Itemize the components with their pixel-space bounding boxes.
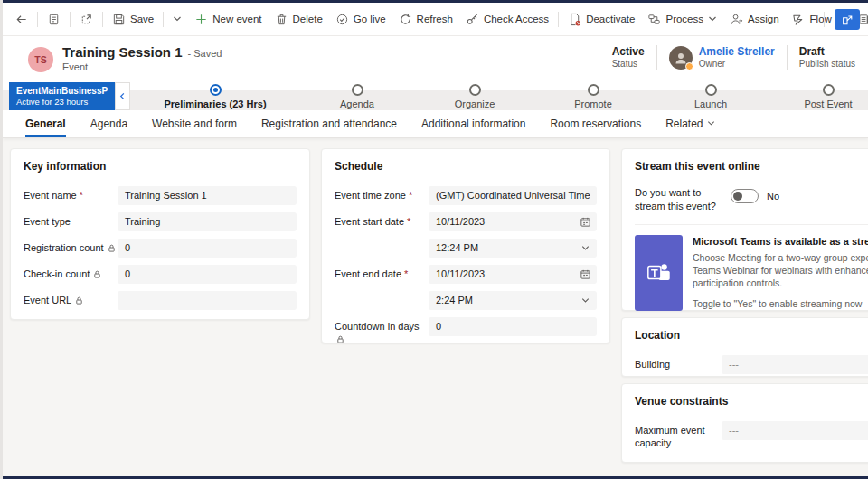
field-registration-count: Registration count 0 (24, 239, 297, 258)
command-bar: Save New event Delete Go live Refresh Ch… (3, 3, 868, 36)
start-time-input[interactable]: 12:24 PM (429, 239, 597, 258)
check-access-button[interactable]: Check Access (459, 8, 555, 31)
field-building: Building --- (635, 355, 868, 374)
new-event-button[interactable]: New event (188, 8, 268, 31)
teams-streaming-banner: Microsoft Teams is available as a stream… (635, 224, 868, 311)
tab-additional-information[interactable]: Additional information (421, 110, 525, 137)
flow-label: Flow (810, 14, 832, 24)
stage-dot (469, 84, 481, 96)
process-collapse-button[interactable] (115, 82, 130, 110)
process-label: Process (665, 14, 703, 24)
section-title: Location (635, 329, 868, 342)
tab-agenda[interactable]: Agenda (90, 110, 127, 137)
teams-banner-title: Microsoft Teams is available as a stream… (693, 235, 868, 249)
stage-dot (588, 84, 599, 96)
lock-icon (336, 335, 344, 343)
required-marker: * (80, 190, 83, 202)
checkin-count-input[interactable]: 0 (118, 265, 297, 284)
circle-check-icon (335, 13, 349, 26)
delete-button[interactable]: Delete (269, 8, 329, 31)
stream-toggle[interactable] (731, 189, 759, 203)
chevron-down-icon (173, 14, 182, 23)
lock-icon (93, 270, 101, 278)
save-icon (112, 13, 126, 26)
top-chrome-strip (0, 0, 868, 3)
status-value: Active (612, 45, 645, 59)
deactivate-button[interactable]: Deactivate (561, 8, 641, 31)
end-time-input[interactable]: 2:24 PM (429, 291, 597, 310)
process-button[interactable]: Process (641, 8, 723, 31)
field-event-start-date: Event start date* 10/11/2023 (335, 212, 597, 231)
save-split-dropdown[interactable] (166, 10, 188, 28)
go-live-label: Go live (354, 14, 386, 24)
back-arrow-icon (14, 13, 28, 26)
schedule-card: Schedule Event time zone* (GMT) Coordina… (321, 148, 610, 343)
section-title: Key information (24, 160, 297, 173)
stream-question-label: Do you want to stream this event? (635, 186, 718, 213)
go-live-button[interactable]: Go live (329, 8, 392, 31)
refresh-icon (399, 13, 412, 26)
end-date-input[interactable]: 10/11/2023 (429, 265, 597, 284)
plus-icon (194, 13, 208, 26)
owner-avatar (669, 46, 693, 70)
save-button[interactable]: Save (106, 8, 160, 31)
required-marker: * (407, 216, 410, 229)
publish-status-label: Publish status (799, 59, 855, 70)
toggle-knob (733, 192, 742, 201)
assign-person-icon (730, 13, 743, 26)
event-url-input[interactable] (118, 291, 297, 310)
field-event-name: Event name* Training Session 1 (24, 186, 297, 205)
section-title: Venue constraints (635, 395, 868, 408)
time-zone-input[interactable]: (GMT) Coordinated Universal Time (429, 186, 597, 205)
form-body: Key information Event name* Training Ses… (3, 138, 868, 476)
teams-logo-tile (635, 235, 683, 311)
tab-website-and-form[interactable]: Website and form (152, 110, 237, 137)
back-button[interactable] (8, 8, 34, 31)
tab-general[interactable]: General (25, 110, 66, 137)
stage-post-event[interactable]: Post Event (747, 84, 868, 109)
section-title: Stream this event online (635, 160, 868, 173)
event-name-input[interactable]: Training Session 1 (118, 186, 297, 205)
refresh-button[interactable]: Refresh (392, 8, 459, 31)
section-title: Schedule (335, 160, 597, 173)
form-icon (47, 13, 61, 26)
field-checkin-count: Check-in count 0 (24, 265, 297, 284)
toggle-state-label: No (767, 191, 779, 202)
form-selector-button[interactable] (41, 8, 67, 31)
registration-count-input[interactable]: 0 (118, 239, 297, 258)
max-capacity-input[interactable]: --- (722, 421, 868, 440)
building-input[interactable]: --- (722, 355, 868, 374)
countdown-input[interactable]: 0 (429, 317, 597, 336)
toolbar-divider (37, 12, 38, 27)
event-type-input[interactable]: Training (118, 212, 297, 231)
save-status: - Saved (188, 48, 222, 59)
stage-preliminaries[interactable]: Preliminaries (23 Hrs) (134, 84, 297, 109)
process-flow-pill[interactable]: EventMainBusinessProce... Active for 23 … (9, 82, 115, 110)
toolbar-divider (163, 12, 164, 27)
tab-room-reservations[interactable]: Room reservations (550, 110, 641, 137)
stage-dot (705, 84, 717, 96)
popout-icon (80, 13, 93, 26)
tab-related[interactable]: Related (665, 110, 714, 137)
required-marker: * (404, 268, 408, 281)
status-label: Status (612, 59, 645, 70)
venue-constraints-card: Venue constraints Maximum event capacity… (621, 383, 868, 463)
field-event-start-time: 12:24 PM (335, 239, 597, 258)
deactivate-label: Deactivate (586, 14, 635, 24)
start-date-input[interactable]: 10/11/2023 (429, 212, 597, 231)
key-icon (466, 13, 479, 26)
presence-away-badge (685, 62, 693, 70)
owner-name-link[interactable]: Amelie Streller (699, 45, 775, 59)
teams-banner-description: Choose Meeting for a two-way group exper… (693, 251, 868, 290)
entity-name: Event (62, 61, 222, 72)
share-button[interactable] (835, 9, 860, 30)
page-title: Training Session 1 (62, 44, 183, 60)
calendar-icon (580, 268, 591, 280)
toolbar-divider (824, 12, 825, 27)
open-in-new-window-button[interactable] (73, 8, 99, 31)
assign-button[interactable]: Assign (723, 8, 786, 31)
calendar-icon (580, 216, 591, 228)
process-name: EventMainBusinessProce... (16, 86, 108, 96)
tab-registration-and-attendance[interactable]: Registration and attendance (261, 110, 397, 137)
field-event-end-time: 2:24 PM (335, 291, 597, 310)
